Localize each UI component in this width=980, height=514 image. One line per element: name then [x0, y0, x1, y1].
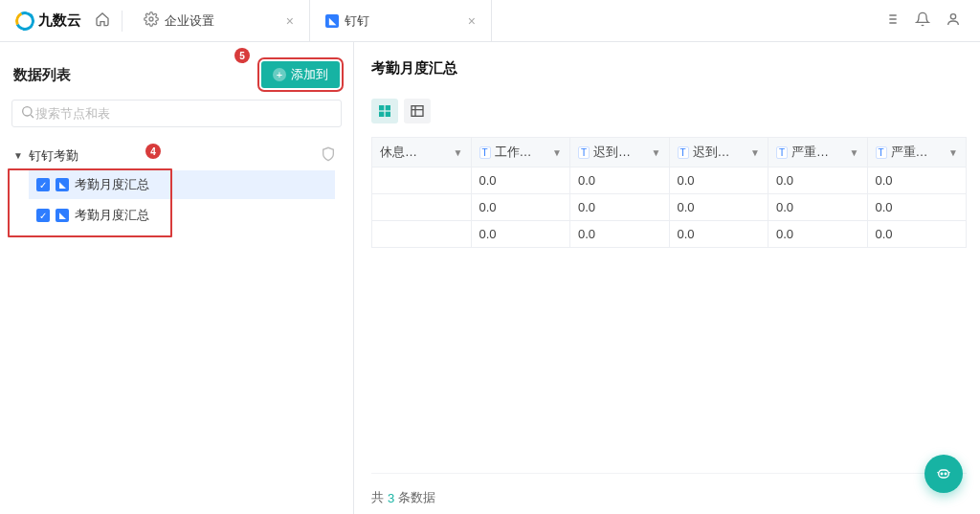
tree-node-label: 钉钉考勤 [29, 147, 78, 165]
caret-down-icon: ▼ [13, 150, 23, 161]
right-panel: 考勤月度汇总 休息…▼T工作…▼T迟到…▼T迟到…▼T严重…▼T严重…▼ 0.0… [354, 42, 980, 514]
svg-rect-8 [939, 470, 949, 478]
brand-logo-mark [12, 9, 37, 34]
list-icon[interactable] [884, 11, 900, 31]
column-label: 迟到… [693, 144, 746, 161]
dingtalk-doc-icon: ◣ [56, 209, 69, 222]
brand-name: 九数云 [38, 11, 81, 30]
plus-icon: + [273, 68, 286, 81]
column-label: 严重… [891, 144, 945, 161]
column-header[interactable]: T工作…▼ [471, 138, 570, 168]
topbar-actions [884, 11, 972, 31]
table-cell [372, 168, 472, 194]
column-header[interactable]: T迟到…▼ [669, 138, 768, 168]
close-icon[interactable]: × [468, 13, 476, 29]
svg-rect-4 [386, 105, 390, 110]
column-header[interactable]: T迟到…▼ [570, 138, 670, 168]
table-cell: 0.0 [669, 221, 768, 248]
user-icon[interactable] [946, 11, 961, 31]
footer-count: 3 [388, 491, 394, 505]
table-cell: 0.0 [570, 221, 670, 248]
add-to-button-label: 添加到 [291, 66, 328, 83]
tree-item-monthly-summary[interactable]: ✓ ◣ 考勤月度汇总 [29, 170, 335, 199]
svg-rect-6 [386, 112, 390, 117]
view-toggle [371, 99, 967, 137]
table-cell: 0.0 [867, 168, 967, 194]
bell-icon[interactable] [915, 11, 930, 31]
type-badge-t-icon: T [678, 146, 689, 159]
search-input[interactable] [35, 106, 333, 121]
column-header[interactable]: T严重…▼ [867, 138, 967, 168]
table-cell: 0.0 [570, 168, 670, 194]
checkbox-checked-icon[interactable]: ✓ [36, 209, 50, 222]
svg-point-0 [149, 17, 153, 21]
table-cell: 0.0 [471, 221, 570, 248]
tab-label: 钉钉 [345, 12, 369, 30]
footer-prefix: 共 [371, 489, 384, 506]
search-box[interactable] [11, 100, 342, 127]
tree-children: ✓ ◣ 考勤月度汇总 ✓ ◣ 考勤月度汇总 [13, 170, 353, 230]
data-table: 休息…▼T工作…▼T迟到…▼T迟到…▼T严重…▼T严重…▼ 0.00.00.00… [371, 137, 967, 473]
table-cell: 0.0 [669, 168, 768, 194]
chevron-down-icon[interactable]: ▼ [552, 147, 562, 158]
tab-enterprise-settings[interactable]: 企业设置 × [128, 0, 310, 41]
tree-node-dingtalk-attendance[interactable]: ▼ 钉钉考勤 4 [13, 141, 353, 170]
tree-item-monthly-summary[interactable]: ✓ ◣ 考勤月度汇总 [33, 201, 353, 230]
type-badge-t-icon: T [479, 146, 491, 159]
table-cell [372, 194, 472, 221]
search-icon [20, 104, 35, 123]
callout-badge-5: 5 [234, 48, 250, 63]
left-header: 数据列表 + 添加到 5 [0, 42, 353, 100]
brand-logo: 九数云 [8, 11, 89, 31]
view-card-button[interactable] [371, 99, 398, 123]
help-fab[interactable] [924, 455, 963, 493]
divider [122, 11, 122, 32]
shield-icon[interactable] [321, 146, 344, 165]
close-icon[interactable]: × [286, 13, 294, 29]
table-cell: 0.0 [570, 194, 670, 221]
add-to-button[interactable]: + 添加到 [261, 61, 340, 88]
column-header[interactable]: T严重…▼ [768, 138, 868, 168]
tree-item-label: 考勤月度汇总 [75, 176, 149, 193]
table-cell: 0.0 [867, 221, 967, 248]
checkbox-checked-icon[interactable]: ✓ [36, 178, 50, 191]
gear-icon [144, 11, 159, 30]
svg-point-1 [950, 13, 955, 18]
main: 数据列表 + 添加到 5 ▼ 钉钉考勤 4 [0, 42, 980, 514]
svg-rect-3 [379, 105, 384, 110]
chevron-down-icon[interactable]: ▼ [850, 147, 859, 158]
table-row[interactable]: 0.00.00.00.00.0 [372, 221, 967, 248]
view-table-button[interactable] [404, 99, 431, 123]
table-cell [372, 221, 472, 248]
type-badge-t-icon: T [776, 146, 788, 159]
svg-point-2 [23, 107, 32, 116]
chevron-down-icon[interactable]: ▼ [948, 147, 958, 158]
type-badge-t-icon: T [876, 146, 887, 159]
table-cell: 0.0 [471, 168, 570, 194]
dingtalk-icon: ◣ [325, 14, 339, 28]
table-cell: 0.0 [768, 194, 868, 221]
tab-dingtalk[interactable]: ◣ 钉钉 × [310, 0, 492, 41]
chevron-down-icon[interactable]: ▼ [454, 147, 463, 158]
left-panel: 数据列表 + 添加到 5 ▼ 钉钉考勤 4 [0, 42, 354, 514]
table-row[interactable]: 0.00.00.00.00.0 [372, 194, 967, 221]
table-footer: 共 3 条数据 [371, 473, 967, 514]
left-title: 数据列表 [13, 66, 71, 84]
chevron-down-icon[interactable]: ▼ [750, 147, 760, 158]
tree: ▼ 钉钉考勤 4 ✓ ◣ 考勤月度汇总 ✓ ◣ [0, 135, 353, 230]
column-header[interactable]: 休息…▼ [372, 138, 472, 168]
home-icon[interactable] [89, 11, 116, 31]
tree-item-label: 考勤月度汇总 [75, 207, 149, 224]
table-cell: 0.0 [471, 194, 570, 221]
svg-point-9 [941, 473, 943, 475]
table-cell: 0.0 [768, 221, 868, 248]
table-row[interactable]: 0.00.00.00.00.0 [372, 168, 967, 194]
dingtalk-doc-icon: ◣ [56, 178, 69, 191]
column-label: 迟到… [593, 144, 647, 161]
table-cell: 0.0 [867, 194, 967, 221]
svg-rect-5 [379, 112, 384, 117]
type-badge-t-icon: T [578, 146, 590, 159]
column-label: 工作… [495, 144, 548, 161]
tabs: 企业设置 × ◣ 钉钉 × [128, 0, 492, 41]
chevron-down-icon[interactable]: ▼ [652, 147, 661, 158]
